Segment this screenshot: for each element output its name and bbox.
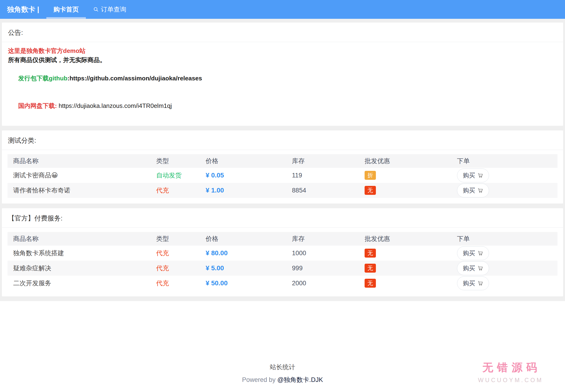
table-row: 疑难杂症解决 代充 ¥ 5.00 999 无 购买 bbox=[8, 261, 557, 276]
col-product-name: 商品名称 bbox=[8, 154, 151, 168]
product-stock: 119 bbox=[286, 168, 359, 183]
buy-button[interactable]: 购买 bbox=[457, 183, 489, 197]
cart-icon bbox=[478, 188, 483, 193]
navbar: 独角数卡 | 购卡首页 订单查询 bbox=[0, 0, 565, 19]
col-wholesale: 批发优惠 bbox=[359, 232, 451, 246]
product-type: 代充 bbox=[151, 261, 200, 276]
wholesale-badge: 无 bbox=[365, 249, 376, 258]
product-name: 二次开发服务 bbox=[8, 276, 151, 291]
wholesale-badge: 无 bbox=[365, 264, 376, 273]
product-type: 代充 bbox=[151, 246, 200, 261]
product-name: 请作者恰杯卡布奇诺 bbox=[8, 183, 151, 198]
buy-button-label: 购买 bbox=[463, 279, 475, 287]
watermark-title: 无错源码 bbox=[478, 360, 545, 375]
table-header-row: 商品名称 类型 价格 库存 批发优惠 下单 bbox=[8, 154, 557, 168]
col-price: 价格 bbox=[200, 232, 286, 246]
table-row: 请作者恰杯卡布奇诺 代充 ¥ 1.00 8854 无 购买 bbox=[8, 183, 557, 198]
announcement-line-2: 所有商品仅供测试，并无实际商品。 bbox=[8, 56, 106, 63]
wholesale-badge: 无 bbox=[365, 186, 376, 195]
col-price: 价格 bbox=[200, 154, 286, 168]
product-stock: 8854 bbox=[286, 183, 359, 198]
product-stock: 1000 bbox=[286, 246, 359, 261]
buy-button-label: 购买 bbox=[463, 264, 475, 272]
table-row: 独角数卡系统搭建 代充 ¥ 80.00 1000 无 购买 bbox=[8, 246, 557, 261]
table-header-row: 商品名称 类型 价格 库存 批发优惠 下单 bbox=[8, 232, 557, 246]
category-card-test: 测试分类: 商品名称 类型 价格 库存 批发优惠 下单 测试卡密商品😀 自动发货… bbox=[2, 130, 563, 204]
col-order: 下单 bbox=[451, 232, 557, 246]
category-title-official: 【官方】付费服务: bbox=[2, 208, 563, 228]
product-type: 代充 bbox=[151, 183, 200, 198]
announcement-netdisk-label: 国内网盘下载: bbox=[18, 102, 57, 109]
col-stock: 库存 bbox=[286, 232, 359, 246]
products-table-test: 商品名称 类型 价格 库存 批发优惠 下单 测试卡密商品😀 自动发货 ¥ 0.0… bbox=[8, 154, 557, 198]
buy-button[interactable]: 购买 bbox=[457, 246, 489, 260]
buy-button-label: 购买 bbox=[463, 186, 475, 195]
brand: 独角数卡 | bbox=[7, 0, 39, 19]
wholesale-badge: 折 bbox=[365, 171, 376, 180]
watermark-domain: WUCUOYM.COM bbox=[478, 377, 543, 384]
col-type: 类型 bbox=[151, 154, 200, 168]
category-card-official: 【官方】付费服务: 商品名称 类型 价格 库存 批发优惠 下单 独角数卡系统搭建… bbox=[2, 208, 563, 296]
cart-icon bbox=[478, 280, 483, 286]
announcement-netdisk-url: https://dujiaoka.lanzous.com/i4TR0elm1qj bbox=[57, 102, 172, 109]
watermark: 无错源码 WUCUOYM.COM bbox=[478, 360, 541, 384]
nav-item-home-label: 购卡首页 bbox=[53, 5, 79, 14]
cart-icon bbox=[478, 172, 483, 178]
col-stock: 库存 bbox=[286, 154, 359, 168]
buy-button-label: 购买 bbox=[463, 171, 475, 180]
product-type: 自动发货 bbox=[151, 168, 200, 183]
announcement-github-label: 发行包下载github bbox=[18, 75, 67, 82]
buy-button[interactable]: 购买 bbox=[457, 261, 489, 275]
product-stock: 2000 bbox=[286, 276, 359, 291]
product-type: 代充 bbox=[151, 276, 200, 291]
announcement-title: 公告: bbox=[2, 23, 563, 42]
nav-item-home[interactable]: 购卡首页 bbox=[46, 0, 86, 19]
buy-button[interactable]: 购买 bbox=[457, 276, 489, 290]
product-stock: 999 bbox=[286, 261, 359, 276]
wholesale-badge: 无 bbox=[365, 279, 376, 288]
announcement-github-url: :https://github.com/assimon/dujiaoka/rel… bbox=[68, 75, 202, 82]
powered-by-link[interactable]: @独角数卡.DJK bbox=[277, 376, 323, 383]
search-icon bbox=[93, 6, 99, 13]
buy-button-label: 购买 bbox=[463, 249, 475, 257]
nav-item-order-query[interactable]: 订单查询 bbox=[86, 0, 133, 19]
product-price: ¥ 0.05 bbox=[200, 168, 286, 183]
buy-button[interactable]: 购买 bbox=[457, 168, 489, 182]
product-name: 独角数卡系统搭建 bbox=[8, 246, 151, 261]
nav-item-order-query-label: 订单查询 bbox=[101, 5, 126, 14]
page-footer: 站长统计 Powered by @独角数卡.DJK 无错源码 WUCUOYM.C… bbox=[0, 301, 565, 392]
col-product-name: 商品名称 bbox=[8, 232, 151, 246]
cart-icon bbox=[478, 265, 483, 271]
powered-by: Powered by @独角数卡.DJK bbox=[242, 376, 323, 384]
announcement-card: 公告: 这里是独角数卡官方demo站 所有商品仅供测试，并无实际商品。 发行包下… bbox=[2, 23, 563, 126]
product-price: ¥ 5.00 bbox=[200, 261, 286, 276]
product-price: ¥ 50.00 bbox=[200, 276, 286, 291]
products-table-official: 商品名称 类型 价格 库存 批发优惠 下单 独角数卡系统搭建 代充 ¥ 80.0… bbox=[8, 232, 557, 291]
cart-icon bbox=[478, 250, 483, 256]
col-wholesale: 批发优惠 bbox=[359, 154, 451, 168]
col-type: 类型 bbox=[151, 232, 200, 246]
site-stats-link[interactable]: 站长统计 bbox=[270, 363, 295, 371]
product-name: 测试卡密商品😀 bbox=[8, 168, 151, 183]
product-price: ¥ 1.00 bbox=[200, 183, 286, 198]
powered-by-prefix: Powered by bbox=[242, 376, 277, 383]
product-name: 疑难杂症解决 bbox=[8, 261, 151, 276]
product-price: ¥ 80.00 bbox=[200, 246, 286, 261]
table-row: 二次开发服务 代充 ¥ 50.00 2000 无 购买 bbox=[8, 276, 557, 291]
announcement-line-1: 这里是独角数卡官方demo站 bbox=[8, 47, 85, 54]
table-row: 测试卡密商品😀 自动发货 ¥ 0.05 119 折 购买 bbox=[8, 168, 557, 183]
col-order: 下单 bbox=[451, 154, 557, 168]
announcement-body: 这里是独角数卡官方demo站 所有商品仅供测试，并无实际商品。 发行包下载git… bbox=[2, 42, 563, 126]
category-title-test: 测试分类: bbox=[2, 130, 563, 150]
